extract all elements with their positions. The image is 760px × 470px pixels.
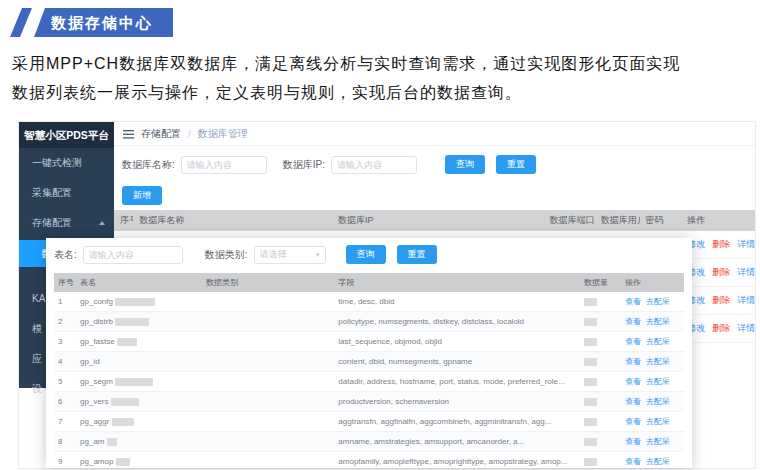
actions-cell: 修改删除详情 bbox=[681, 231, 755, 259]
view-link[interactable]: 查看 bbox=[625, 417, 641, 426]
detail-link[interactable]: 详情 bbox=[737, 267, 755, 277]
data-type-select[interactable]: 请选择 ▾ bbox=[254, 246, 326, 264]
detail-link[interactable]: 详情 bbox=[737, 239, 755, 249]
row-index: 2 bbox=[54, 312, 76, 332]
redacted-value bbox=[115, 378, 153, 386]
sidebar-app-title: 智慧小区PDS平台 bbox=[19, 122, 114, 148]
view-link[interactable]: 查看 bbox=[625, 297, 641, 306]
table-name-cell: gp_id bbox=[76, 352, 202, 372]
collect-config-link[interactable]: 去配采 bbox=[646, 337, 670, 346]
fields-cell: amname, amstrategies, amsupport, amcanor… bbox=[334, 432, 580, 452]
breadcrumb-separator: / bbox=[188, 128, 191, 139]
detail-link[interactable]: 详情 bbox=[737, 323, 755, 333]
catalog-table: 序号 表名 数据类别 字段 数据量 操作 1gp_confg time, des… bbox=[54, 273, 684, 470]
sidebar-item-label: 采集配置 bbox=[32, 187, 72, 198]
delete-link[interactable]: 删除 bbox=[712, 323, 730, 333]
redacted-value bbox=[115, 318, 149, 326]
collect-config-link[interactable]: 去配采 bbox=[646, 417, 670, 426]
sidebar-item-collect-config[interactable]: 采集配置 bbox=[19, 178, 114, 208]
data-volume-cell bbox=[580, 312, 621, 332]
collect-config-link[interactable]: 去配采 bbox=[646, 377, 670, 386]
view-link[interactable]: 查看 bbox=[625, 457, 641, 466]
data-volume-cell bbox=[580, 432, 621, 452]
data-volume-cell bbox=[580, 332, 621, 352]
view-link[interactable]: 查看 bbox=[625, 397, 641, 406]
collect-config-link[interactable]: 去配采 bbox=[646, 297, 670, 306]
table-name-cell: pg_aggr bbox=[76, 412, 202, 432]
section-banner: 数据存储中心 bbox=[10, 8, 173, 37]
table-name-cell: gp_distrb bbox=[76, 312, 202, 332]
redacted-value bbox=[584, 358, 597, 366]
actions-cell: 查看去配采 bbox=[621, 432, 684, 452]
data-type-cell bbox=[202, 332, 334, 352]
data-type-cell bbox=[202, 352, 334, 372]
redacted-value bbox=[584, 338, 597, 346]
table-row: 4gp_idcontent, dbid, numsegments, gpname… bbox=[54, 352, 684, 372]
delete-link[interactable]: 删除 bbox=[712, 267, 730, 277]
redacted-value bbox=[584, 418, 597, 426]
view-link[interactable]: 查看 bbox=[625, 337, 641, 346]
col-header: 序号 bbox=[54, 273, 76, 292]
topbar: 存储配置 / 数据库管理 bbox=[114, 122, 755, 146]
view-link[interactable]: 查看 bbox=[625, 377, 641, 386]
data-volume-cell bbox=[580, 372, 621, 392]
overlay-search-button[interactable]: 查询 bbox=[346, 245, 386, 264]
catalog-table-header-row: 序号 表名 数据类别 字段 数据量 操作 bbox=[54, 273, 684, 292]
table-name-cell: gp_vers bbox=[76, 392, 202, 412]
table-name-label: 表名: bbox=[54, 248, 77, 262]
table-row: 1gp_confg time, desc, dbid查看去配采 bbox=[54, 292, 684, 312]
redacted-value bbox=[112, 418, 134, 426]
breadcrumb-section[interactable]: 存储配置 bbox=[141, 127, 181, 141]
data-type-label: 数据类别: bbox=[205, 248, 248, 262]
detail-link[interactable]: 详情 bbox=[737, 295, 755, 305]
add-database-button[interactable]: 新增 bbox=[122, 186, 162, 205]
col-header: 字段 bbox=[334, 273, 580, 292]
sidebar-item-label: 设 bbox=[32, 383, 42, 394]
collect-config-link[interactable]: 去配采 bbox=[646, 437, 670, 446]
collect-config-link[interactable]: 去配采 bbox=[646, 317, 670, 326]
add-row: 新增 bbox=[114, 179, 755, 210]
redacted-value bbox=[584, 298, 597, 306]
chevron-up-icon bbox=[99, 221, 105, 225]
col-header: 表名 bbox=[76, 273, 202, 292]
collect-config-link[interactable]: 去配采 bbox=[646, 397, 670, 406]
page: 数据存储中心 采用MPP+CH数据库双数据库，满足离线分析与实时查询需求，通过实… bbox=[0, 0, 760, 470]
table-name-input[interactable] bbox=[83, 246, 183, 264]
col-header: 数据库名称 bbox=[133, 210, 332, 231]
sidebar-item-one-key-detect[interactable]: 一键式检测 bbox=[19, 148, 114, 178]
fields-cell: amopfamily, amoplefttype, amoprighttype,… bbox=[334, 452, 580, 470]
actions-cell: 修改删除详情 bbox=[681, 259, 755, 287]
table-row: 6gp_vers productversion, schemaversion查看… bbox=[54, 392, 684, 412]
db-name-input[interactable] bbox=[181, 156, 267, 174]
fields-cell: productversion, schemaversion bbox=[334, 392, 580, 412]
row-index: 8 bbox=[54, 432, 76, 452]
row-index: 1 bbox=[54, 292, 76, 312]
view-link[interactable]: 查看 bbox=[625, 357, 641, 366]
delete-link[interactable]: 删除 bbox=[712, 295, 730, 305]
breadcrumb-page: 数据库管理 bbox=[198, 127, 248, 141]
overlay-reset-button[interactable]: 重置 bbox=[397, 245, 437, 264]
table-row: 2gp_distrb policytype, numsegments, dist… bbox=[54, 312, 684, 332]
redacted-value bbox=[584, 438, 597, 446]
table-row: 8pg_am amname, amstrategies, amsupport, … bbox=[54, 432, 684, 452]
view-link[interactable]: 查看 bbox=[625, 437, 641, 446]
sidebar-item-storage-config[interactable]: 存储配置 bbox=[19, 208, 114, 238]
view-link[interactable]: 查看 bbox=[625, 317, 641, 326]
collect-config-link[interactable]: 去配采 bbox=[646, 357, 670, 366]
actions-cell: 查看去配采 bbox=[621, 452, 684, 470]
overlay-search-form: 表名: 数据类别: 请选择 ▾ 查询 重置 bbox=[54, 245, 684, 264]
db-search-form: 数据库名称: 数据库IP: 查询 重置 bbox=[114, 146, 755, 179]
row-index: 4 bbox=[54, 352, 76, 372]
db-ip-input[interactable] bbox=[331, 156, 417, 174]
hamburger-menu-icon[interactable] bbox=[123, 125, 134, 143]
data-type-cell bbox=[202, 432, 334, 452]
col-header: 数据类别 bbox=[202, 273, 334, 292]
db-search-button[interactable]: 查询 bbox=[445, 155, 485, 174]
collect-config-link[interactable]: 去配采 bbox=[646, 457, 670, 466]
redacted-value bbox=[115, 298, 155, 306]
data-type-cell bbox=[202, 452, 334, 470]
db-reset-button[interactable]: 重置 bbox=[496, 155, 536, 174]
data-volume-cell bbox=[580, 352, 621, 372]
col-header: 数据量 bbox=[580, 273, 621, 292]
delete-link[interactable]: 删除 bbox=[712, 239, 730, 249]
